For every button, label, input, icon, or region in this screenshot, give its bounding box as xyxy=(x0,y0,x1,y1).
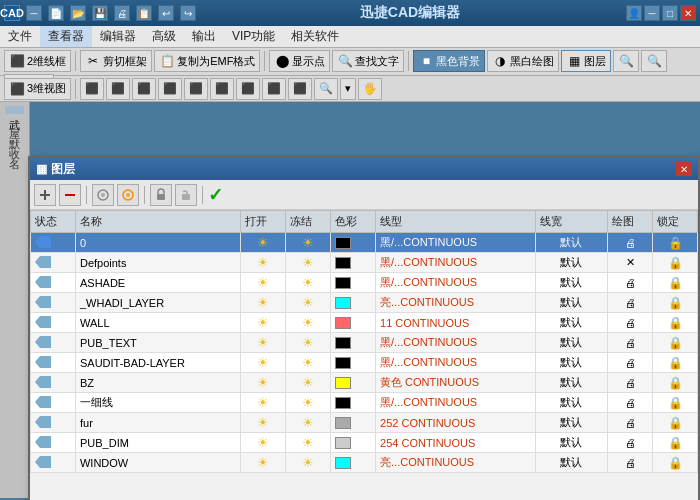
btn-2d-wireframe[interactable]: ⬛ 2维线框 xyxy=(4,50,71,72)
cell-name[interactable]: ASHADE xyxy=(75,273,240,293)
cell-plot[interactable]: 🖨 xyxy=(608,293,653,313)
cell-plot[interactable]: 🖨 xyxy=(608,313,653,333)
btn-find-text[interactable]: 🔍 查找文字 xyxy=(332,50,404,72)
cell-plot[interactable]: 🖨 xyxy=(608,333,653,353)
cell-plot[interactable]: 🖨 xyxy=(608,413,653,433)
cell-color[interactable] xyxy=(331,373,376,393)
cell-color[interactable] xyxy=(331,293,376,313)
table-row[interactable]: WINDOW ☀ ☀ 亮...CONTINUOUS 默认 🖨 🔒 xyxy=(31,453,698,473)
btn-zoom-in[interactable]: 🔍 xyxy=(613,50,639,72)
cell-name[interactable]: PUB_DIM xyxy=(75,433,240,453)
cell-open[interactable]: ☀ xyxy=(241,373,286,393)
cell-linewidth[interactable]: 默认 xyxy=(535,353,608,373)
cell-freeze[interactable]: ☀ xyxy=(286,253,331,273)
cell-open[interactable]: ☀ xyxy=(241,353,286,373)
cell-name[interactable]: _WHADI_LAYER xyxy=(75,293,240,313)
btn-nav5[interactable]: ⬛ xyxy=(184,78,208,100)
cell-open[interactable]: ☀ xyxy=(241,433,286,453)
table-row[interactable]: _WHADI_LAYER ☀ ☀ 亮...CONTINUOUS 默认 🖨 🔒 xyxy=(31,293,698,313)
cell-freeze[interactable]: ☀ xyxy=(286,373,331,393)
btn-cut-frame[interactable]: ✂ 剪切框架 xyxy=(80,50,152,72)
btn-nav7[interactable]: ⬛ xyxy=(236,78,260,100)
cell-open[interactable]: ☀ xyxy=(241,233,286,253)
cell-linetype[interactable]: 252 CONTINUOUS xyxy=(376,413,536,433)
cell-name[interactable]: BZ xyxy=(75,373,240,393)
menu-file[interactable]: 文件 xyxy=(0,26,40,47)
window-minimize[interactable]: ─ xyxy=(644,5,660,21)
cell-name[interactable]: fur xyxy=(75,413,240,433)
freeze-all-button[interactable] xyxy=(92,184,114,206)
table-row[interactable]: 0 ☀ ☀ 黑/...CONTINUOUS 默认 🖨 🔒 xyxy=(31,233,698,253)
cell-lock[interactable]: 🔒 xyxy=(653,393,698,413)
cell-plot[interactable]: 🖨 xyxy=(608,393,653,413)
window-maximize[interactable]: □ xyxy=(662,5,678,21)
cell-open[interactable]: ☀ xyxy=(241,253,286,273)
cell-lock[interactable]: 🔒 xyxy=(653,233,698,253)
btn-show-dots[interactable]: ⬤ 显示点 xyxy=(269,50,330,72)
save-icon[interactable]: 💾 xyxy=(92,5,108,21)
cell-linewidth[interactable]: 默认 xyxy=(535,433,608,453)
cell-name[interactable]: 0 xyxy=(75,233,240,253)
btn-nav4[interactable]: ⬛ xyxy=(158,78,182,100)
left-tab-mo[interactable]: 默 xyxy=(5,126,24,134)
cell-linetype[interactable]: 11 CONTINUOUS xyxy=(376,313,536,333)
cell-name[interactable]: WALL xyxy=(75,313,240,333)
menu-advanced[interactable]: 高级 xyxy=(144,26,184,47)
cell-plot[interactable]: 🖨 xyxy=(608,233,653,253)
cell-lock[interactable]: 🔒 xyxy=(653,373,698,393)
cell-linewidth[interactable]: 默认 xyxy=(535,333,608,353)
cell-name[interactable]: 一细线 xyxy=(75,393,240,413)
cell-linetype[interactable]: 黑/...CONTINUOUS xyxy=(376,273,536,293)
cell-linewidth[interactable]: 默认 xyxy=(535,413,608,433)
confirm-button[interactable]: ✓ xyxy=(208,184,223,206)
cell-open[interactable]: ☀ xyxy=(241,333,286,353)
cell-freeze[interactable]: ☀ xyxy=(286,413,331,433)
cell-color[interactable] xyxy=(331,333,376,353)
table-row[interactable]: BZ ☀ ☀ 黄色 CONTINUOUS 默认 🖨 🔒 xyxy=(31,373,698,393)
cell-open[interactable]: ☀ xyxy=(241,453,286,473)
lock-button[interactable] xyxy=(150,184,172,206)
cell-color[interactable] xyxy=(331,453,376,473)
table-row[interactable]: PUB_DIM ☀ ☀ 254 CONTINUOUS 默认 🖨 🔒 xyxy=(31,433,698,453)
thaw-button[interactable] xyxy=(117,184,139,206)
cell-lock[interactable]: 🔒 xyxy=(653,413,698,433)
btn-nav2[interactable]: ⬛ xyxy=(106,78,130,100)
cell-name[interactable]: SAUDIT-BAD-LAYER xyxy=(75,353,240,373)
cell-name[interactable]: WINDOW xyxy=(75,453,240,473)
cell-color[interactable] xyxy=(331,393,376,413)
btn-layer[interactable]: ▦ 图层 xyxy=(561,50,611,72)
cell-color[interactable] xyxy=(331,353,376,373)
table-row[interactable]: WALL ☀ ☀ 11 CONTINUOUS 默认 🖨 🔒 xyxy=(31,313,698,333)
cell-lock[interactable]: 🔒 xyxy=(653,313,698,333)
cell-linewidth[interactable]: 默认 xyxy=(535,373,608,393)
cell-linetype[interactable]: 254 CONTINUOUS xyxy=(376,433,536,453)
cell-linetype[interactable]: 亮...CONTINUOUS xyxy=(376,293,536,313)
open-icon[interactable]: 📂 xyxy=(70,5,86,21)
cell-linetype[interactable]: 黄色 CONTINUOUS xyxy=(376,373,536,393)
left-tab-ming[interactable]: 名 xyxy=(5,146,24,154)
cell-plot[interactable]: 🖨 xyxy=(608,373,653,393)
btn-nav1[interactable]: ⬛ xyxy=(80,78,104,100)
btn-nav12[interactable]: 🖐 xyxy=(358,78,382,100)
layer-table[interactable]: 状态 名称 打开 冻结 色彩 线型 线宽 绘图 锁定 0 xyxy=(30,210,698,500)
save2-icon[interactable]: 🖨 xyxy=(114,5,130,21)
left-tab-wu[interactable]: 武 xyxy=(5,106,24,114)
cell-lock[interactable]: 🔒 xyxy=(653,433,698,453)
cell-plot[interactable]: ✕ xyxy=(608,253,653,273)
menu-output[interactable]: 输出 xyxy=(184,26,224,47)
unlock-button[interactable] xyxy=(175,184,197,206)
cell-linewidth[interactable]: 默认 xyxy=(535,293,608,313)
cell-lock[interactable]: 🔒 xyxy=(653,333,698,353)
cell-open[interactable]: ☀ xyxy=(241,313,286,333)
btn-black-bg[interactable]: ■ 黑色背景 xyxy=(413,50,485,72)
cell-linetype[interactable]: 黑/...CONTINUOUS xyxy=(376,353,536,373)
table-row[interactable]: Defpoints ☀ ☀ 黑/...CONTINUOUS 默认 ✕ 🔒 xyxy=(31,253,698,273)
left-tab-shou[interactable]: 收 xyxy=(5,136,24,144)
cell-name[interactable]: PUB_TEXT xyxy=(75,333,240,353)
table-row[interactable]: 一细线 ☀ ☀ 黑/...CONTINUOUS 默认 🖨 🔒 xyxy=(31,393,698,413)
menu-related[interactable]: 相关软件 xyxy=(283,26,347,47)
btn-zoom-out[interactable]: 🔍 xyxy=(641,50,667,72)
cell-freeze[interactable]: ☀ xyxy=(286,313,331,333)
btn-black-white[interactable]: ◑ 黑白绘图 xyxy=(487,50,559,72)
cell-linetype[interactable]: 亮...CONTINUOUS xyxy=(376,453,536,473)
